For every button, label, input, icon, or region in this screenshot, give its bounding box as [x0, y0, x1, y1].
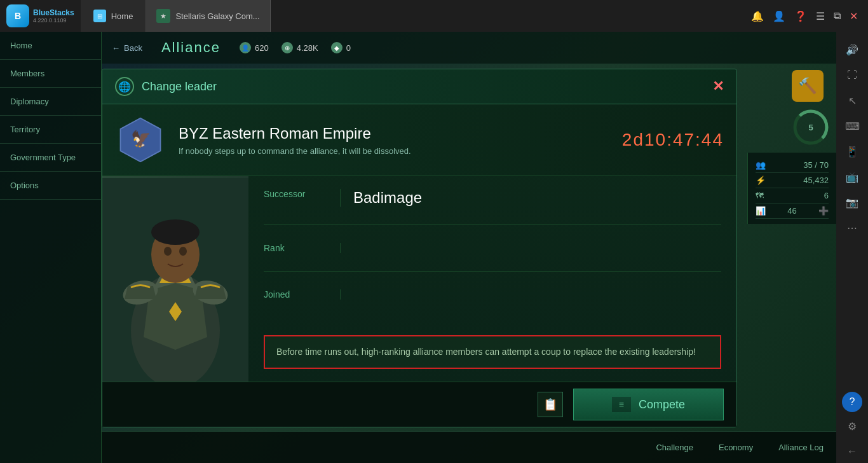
compete-button[interactable]: ≡ Compete [573, 389, 724, 420]
sidebar-item-options[interactable]: Options [0, 172, 101, 200]
alliance-dissolve-text: If nobody steps up to command the allian… [179, 146, 411, 156]
tab-game-label: Stellaris Galaxy Com... [175, 11, 259, 21]
help-icon[interactable]: ❓ [794, 10, 807, 22]
sidebar-item-members[interactable]: Members [0, 60, 101, 88]
stats-count: 📊 46 ➕ [756, 204, 829, 219]
svg-marker-16 [194, 286, 226, 299]
resource2-value: 4.28K [297, 43, 318, 53]
stats-members-value: 35 / 70 [803, 160, 829, 170]
joined-label: Joined [264, 289, 327, 300]
globe-icon: 🌐 [115, 77, 134, 96]
bs-tv-icon[interactable]: 📺 [841, 165, 864, 188]
person-icon: 👤 [240, 42, 251, 53]
stats-count-value: 46 [787, 206, 796, 216]
change-leader-modal: 🌐 Change leader ✕ 🦅 BYZ Eastern Roman Em… [102, 69, 737, 427]
account-icon[interactable]: 👤 [773, 10, 785, 22]
stats-power-value: 45,432 [803, 176, 829, 185]
sidebar-item-home[interactable]: Home [0, 32, 101, 60]
gem-icon: ◆ [331, 42, 342, 53]
restore-icon[interactable]: ⧉ [834, 10, 841, 22]
bs-sound-icon[interactable]: 🔊 [841, 38, 864, 61]
modal-portrait [102, 176, 248, 382]
svg-point-11 [164, 247, 172, 256]
stats-power: ⚡ 45,432 [756, 173, 829, 188]
stats-members-label: 👥 [756, 160, 766, 170]
rank-label: Rank [264, 243, 327, 253]
home-tab-icon: ⊞ [93, 10, 106, 22]
menu-icon[interactable]: ☰ [816, 10, 825, 22]
sidebar-item-diplomacy[interactable]: Diplomacy [0, 88, 101, 116]
compete-list-icon: ≡ [612, 397, 631, 412]
game-left-sidebar: Home Members Diplomacy Territory Governm… [0, 32, 102, 463]
alliance-info: 🦅 BYZ Eastern Roman Empire If nobody ste… [102, 104, 736, 176]
bluestacks-topbar: B BlueStacks 4.220.0.1109 ⊞ Home ★ Stell… [0, 0, 868, 32]
sidebar-item-government-type[interactable]: Government Type [0, 144, 101, 172]
successor-label: Successor [264, 189, 327, 207]
coup-warning-box: Before time runs out, high-ranking allia… [264, 335, 721, 369]
bluestacks-logo: B BlueStacks 4.220.0.1109 [0, 4, 81, 27]
modal-header: 🌐 Change leader ✕ [102, 69, 736, 104]
bs-more-icon[interactable]: ⋯ [841, 216, 864, 239]
alliance-log-icon[interactable]: 📋 [538, 392, 563, 417]
game-tab-icon: ★ [156, 9, 170, 23]
close-window-icon[interactable]: ✕ [850, 10, 858, 22]
tab-game[interactable]: ★ Stellaris Galaxy Com... [146, 0, 270, 32]
svg-text:🦅: 🦅 [131, 129, 151, 149]
sidebar-item-territory[interactable]: Territory [0, 116, 101, 144]
game-bottom-nav: Challenge Economy Alliance Log [102, 431, 836, 463]
stats-territory-label: 🗺 [756, 191, 764, 200]
bs-fullscreen-icon[interactable]: ⛶ [841, 64, 864, 86]
stats-panel: 👥 35 / 70 ⚡ 45,432 🗺 6 📊 46 ➕ [747, 153, 836, 224]
resource-other: ◆ 0 [331, 42, 351, 53]
successor-row: Successor Badimage [264, 189, 721, 225]
resource3-value: 0 [346, 43, 351, 53]
stats-territory: 🗺 6 [756, 188, 829, 204]
coup-warning-text: Before time runs out, high-ranking allia… [276, 347, 696, 357]
bs-top-icons: 🔔 👤 ❓ ☰ ⧉ ✕ [751, 10, 868, 22]
resource1-value: 620 [255, 43, 269, 53]
resource-clock: ⊕ 4.28K [281, 42, 318, 53]
joined-row: Joined [264, 289, 721, 317]
bs-right-sidebar: 🔊 ⛶ ↖ ⌨ 📱 📺 📷 ⋯ ? ⚙ ← [836, 32, 868, 463]
detail-divider-1 [340, 189, 341, 207]
successor-value: Badimage [353, 189, 422, 207]
bottom-nav-economy[interactable]: Economy [719, 443, 753, 452]
bs-help-special-icon[interactable]: ? [842, 392, 862, 412]
back-icon: ← [112, 43, 120, 53]
game-area: Home Members Diplomacy Territory Governm… [0, 32, 836, 463]
stats-power-label: ⚡ [756, 176, 766, 185]
bs-settings-icon[interactable]: ⚙ [841, 415, 864, 438]
hammer-icon[interactable]: 🔨 [792, 70, 824, 102]
alliance-timer: 2d10:47:44 [622, 130, 724, 150]
bs-phone-icon[interactable]: 📱 [841, 140, 864, 163]
notification-icon[interactable]: 🔔 [751, 10, 764, 22]
clock-icon: ⊕ [281, 42, 293, 53]
alliance-title: Alliance [161, 39, 220, 56]
back-button[interactable]: ← Back [112, 43, 142, 53]
detail-divider-3 [340, 289, 341, 300]
alliance-text: BYZ Eastern Roman Empire If nobody steps… [179, 125, 411, 156]
bottom-nav-challenge[interactable]: Challenge [656, 443, 693, 452]
tab-home[interactable]: ⊞ Home [81, 0, 147, 32]
stats-plus-icon[interactable]: ➕ [818, 206, 829, 216]
bs-keyboard-icon[interactable]: ⌨ [841, 114, 864, 137]
stats-members: 👥 35 / 70 [756, 158, 829, 173]
bs-back-icon[interactable]: ← [841, 440, 864, 463]
modal-close-button[interactable]: ✕ [712, 78, 724, 95]
stats-count-label: 📊 [756, 206, 766, 216]
rank-row: Rank [264, 243, 721, 272]
modal-title: Change leader [142, 80, 217, 93]
bs-logo-text: BlueStacks 4.220.0.1109 [33, 8, 74, 24]
bs-logo-icon: B [6, 4, 29, 27]
svg-marker-14 [125, 286, 156, 299]
modal-details: Successor Badimage Rank Joined [248, 176, 736, 382]
bottom-nav-alliance-log[interactable]: Alliance Log [778, 443, 824, 452]
detail-divider-2 [340, 243, 341, 253]
compete-button-label: Compete [639, 398, 685, 411]
bs-camera-icon[interactable]: 📷 [841, 191, 864, 214]
modal-footer: 📋 ≡ Compete [102, 382, 736, 427]
character-figure [102, 176, 248, 382]
bs-cursor-icon[interactable]: ↖ [841, 89, 864, 112]
svg-point-10 [151, 219, 200, 245]
alliance-emblem: 🦅 [115, 114, 166, 165]
